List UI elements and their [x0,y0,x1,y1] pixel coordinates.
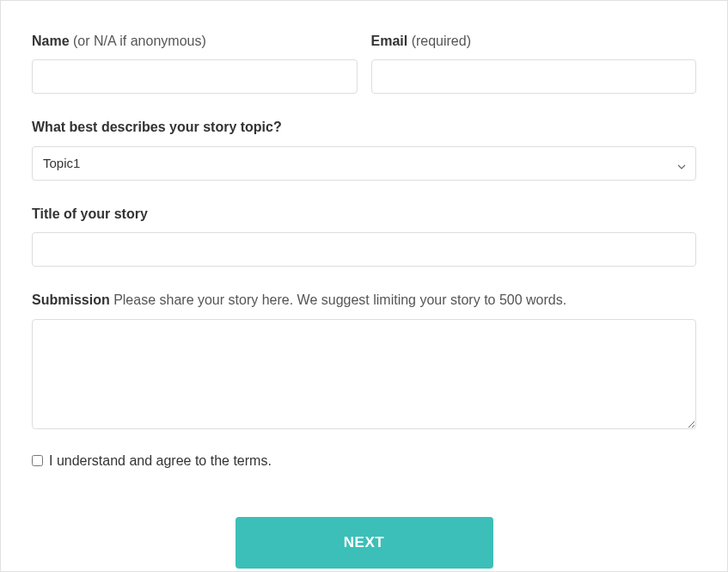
name-label: Name (or N/A if anonymous) [32,32,358,51]
name-label-bold: Name [32,34,70,48]
name-label-hint: (or N/A if anonymous) [70,34,206,48]
submission-label-bold: Submission [32,292,110,307]
email-label-bold: Email [371,34,408,48]
topic-select[interactable]: Topic1 [32,146,696,181]
email-input[interactable] [371,59,697,94]
email-label: Email (required) [371,32,697,51]
submission-label: Submission Please share your story here.… [32,291,696,310]
title-label-bold: Title of your story [32,206,148,221]
topic-label: What best describes your story topic? [32,118,696,137]
topic-label-bold: What best describes your story topic? [32,120,282,134]
submission-label-hint: Please share your story here. We suggest… [110,292,567,307]
title-input[interactable] [32,232,696,267]
name-input[interactable] [32,59,358,94]
form-container: Name (or N/A if anonymous) Email (requir… [0,0,728,572]
terms-label: I understand and agree to the terms. [49,453,272,469]
submission-textarea[interactable] [32,319,696,429]
terms-checkbox[interactable] [32,455,43,466]
title-label: Title of your story [32,205,696,224]
email-label-hint: (required) [407,34,471,48]
next-button[interactable]: NEXT [236,517,493,569]
